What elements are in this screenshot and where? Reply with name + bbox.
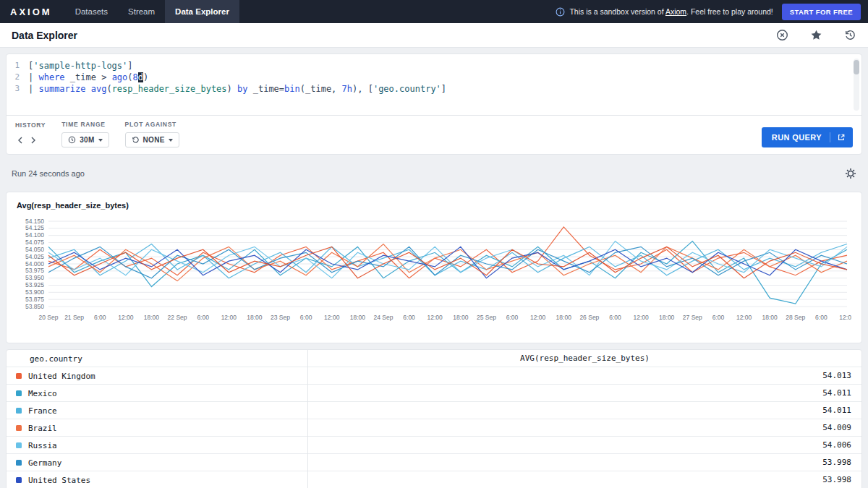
axiom-link[interactable]: Axiom bbox=[665, 7, 686, 16]
avg-value: 54.006 bbox=[307, 437, 861, 454]
run-query-label: RUN QUERY bbox=[772, 133, 822, 142]
column-header-avg[interactable]: AVG(resp_header_size_bytes) bbox=[307, 350, 861, 367]
line-number: 2 bbox=[7, 72, 28, 83]
axiom-logo[interactable]: AXIOM bbox=[0, 0, 65, 23]
avg-value: 54.011 bbox=[307, 385, 861, 402]
external-link-icon[interactable] bbox=[837, 133, 846, 142]
svg-text:24 Sep: 24 Sep bbox=[373, 314, 393, 321]
svg-text:18:00: 18:00 bbox=[762, 314, 778, 321]
avg-value: 53.998 bbox=[307, 454, 861, 471]
svg-text:54.150: 54.150 bbox=[25, 218, 44, 225]
country-label: Russia bbox=[28, 441, 57, 450]
svg-text:6:00: 6:00 bbox=[815, 314, 827, 321]
code-line[interactable]: ['sample-http-logs'] bbox=[28, 60, 133, 72]
svg-text:6:00: 6:00 bbox=[712, 314, 725, 321]
country-label: Mexico bbox=[28, 389, 57, 398]
table-row[interactable]: Russia54.006 bbox=[7, 437, 861, 454]
svg-text:54.125: 54.125 bbox=[25, 224, 44, 231]
svg-text:20 Sep: 20 Sep bbox=[39, 314, 59, 321]
query-editor[interactable]: 1['sample-http-logs'] 2| where _time > a… bbox=[7, 54, 861, 115]
svg-text:6:00: 6:00 bbox=[403, 314, 415, 321]
svg-text:12:00: 12:00 bbox=[839, 314, 851, 321]
nav-item-stream[interactable]: Stream bbox=[118, 0, 165, 23]
svg-text:27 Sep: 27 Sep bbox=[683, 314, 702, 321]
page-title: Data Explorer bbox=[12, 30, 77, 41]
svg-text:6:00: 6:00 bbox=[609, 314, 621, 321]
table-row[interactable]: France54.011 bbox=[7, 402, 861, 419]
table-row[interactable]: United States53.998 bbox=[7, 471, 861, 488]
timeseries-chart[interactable]: 54.15054.12554.10054.07554.05054.02554.0… bbox=[17, 215, 851, 338]
svg-text:6:00: 6:00 bbox=[300, 314, 312, 321]
series-color-swatch bbox=[16, 425, 22, 431]
svg-text:54.050: 54.050 bbox=[25, 246, 44, 253]
gear-icon[interactable] bbox=[845, 168, 856, 179]
svg-text:12:00: 12:00 bbox=[530, 314, 546, 321]
code-line[interactable]: | where _time > ago(8d) bbox=[28, 72, 148, 83]
svg-text:18:00: 18:00 bbox=[247, 314, 263, 321]
nav-item-data-explorer[interactable]: Data Explorer bbox=[165, 0, 239, 23]
chart-title: Avg(resp_header_size_bytes) bbox=[17, 201, 851, 210]
info-icon bbox=[556, 7, 565, 17]
last-run-status: Run 24 seconds ago bbox=[12, 169, 85, 178]
svg-text:53.850: 53.850 bbox=[25, 303, 44, 310]
avg-value: 54.013 bbox=[307, 367, 861, 385]
history-icon[interactable] bbox=[844, 29, 856, 41]
svg-text:53.875: 53.875 bbox=[25, 296, 44, 303]
plot-against-value: NONE bbox=[143, 136, 165, 144]
svg-text:53.950: 53.950 bbox=[25, 274, 44, 281]
table-row[interactable]: United Kingdom54.013 bbox=[7, 367, 861, 385]
chart-svg: 54.15054.12554.10054.07554.05054.02554.0… bbox=[17, 215, 851, 338]
clock-icon bbox=[68, 136, 76, 144]
svg-text:53.925: 53.925 bbox=[25, 281, 44, 288]
sandbox-text: This is a sandbox version of Axiom. Feel… bbox=[569, 7, 773, 16]
history-next-button[interactable] bbox=[28, 135, 38, 145]
svg-text:23 Sep: 23 Sep bbox=[271, 314, 290, 321]
svg-text:6:00: 6:00 bbox=[506, 314, 519, 321]
code-line[interactable]: | summarize avg(resp_header_size_bytes) … bbox=[28, 83, 446, 95]
plot-against-button[interactable]: NONE bbox=[125, 132, 179, 147]
svg-text:18:00: 18:00 bbox=[350, 314, 366, 321]
history-label: HISTORY bbox=[15, 121, 46, 129]
svg-text:18:00: 18:00 bbox=[453, 314, 469, 321]
avg-value: 54.011 bbox=[307, 402, 861, 419]
time-range-value: 30M bbox=[80, 136, 94, 144]
svg-text:12:00: 12:00 bbox=[118, 314, 134, 321]
clear-query-icon[interactable] bbox=[776, 29, 788, 41]
svg-text:54.025: 54.025 bbox=[25, 253, 44, 260]
svg-text:18:00: 18:00 bbox=[659, 314, 675, 321]
results-table: geo.country AVG(resp_header_size_bytes) … bbox=[6, 349, 862, 488]
country-label: Germany bbox=[28, 458, 61, 468]
nav-item-datasets[interactable]: Datasets bbox=[65, 0, 118, 23]
column-header-country[interactable]: geo.country bbox=[7, 354, 307, 364]
table-row[interactable]: Brazil54.009 bbox=[7, 419, 861, 437]
svg-text:12:00: 12:00 bbox=[221, 314, 237, 321]
svg-text:26 Sep: 26 Sep bbox=[579, 314, 599, 321]
editor-scrollbar[interactable] bbox=[854, 59, 859, 111]
history-group: HISTORY bbox=[15, 121, 46, 147]
series-color-swatch bbox=[16, 442, 22, 448]
top-navbar: AXIOM Datasets Stream Data Explorer This… bbox=[0, 0, 868, 23]
run-query-button[interactable]: RUN QUERY bbox=[762, 127, 853, 147]
series-color-swatch bbox=[16, 408, 22, 414]
query-card: 1['sample-http-logs'] 2| where _time > a… bbox=[6, 53, 862, 155]
chevron-down-icon bbox=[169, 139, 173, 142]
svg-text:12:00: 12:00 bbox=[736, 314, 752, 321]
time-range-label: TIME RANGE bbox=[61, 121, 109, 128]
history-prev-button[interactable] bbox=[15, 135, 25, 145]
table-row[interactable]: Germany53.998 bbox=[7, 454, 861, 471]
svg-text:25 Sep: 25 Sep bbox=[477, 314, 496, 321]
plot-against-group: PLOT AGAINST NONE bbox=[125, 121, 179, 147]
table-row[interactable]: Mexico54.011 bbox=[7, 385, 861, 402]
avg-value: 54.009 bbox=[307, 419, 861, 437]
svg-text:54.000: 54.000 bbox=[25, 260, 44, 267]
svg-text:54.100: 54.100 bbox=[25, 231, 44, 239]
country-label: France bbox=[28, 406, 57, 416]
start-for-free-button[interactable]: START FOR FREE bbox=[782, 4, 861, 20]
star-icon[interactable] bbox=[810, 29, 822, 41]
svg-text:18:00: 18:00 bbox=[144, 314, 160, 321]
time-range-button[interactable]: 30M bbox=[61, 132, 109, 147]
chevron-down-icon bbox=[98, 139, 103, 142]
svg-text:22 Sep: 22 Sep bbox=[168, 314, 187, 321]
svg-text:53.900: 53.900 bbox=[25, 288, 44, 296]
line-number: 3 bbox=[7, 83, 28, 95]
